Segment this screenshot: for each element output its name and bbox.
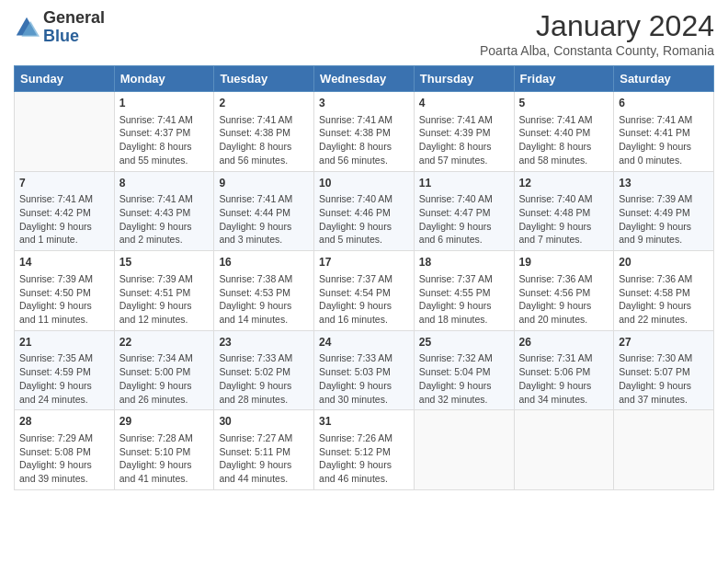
calendar-cell: 6Sunrise: 7:41 AM Sunset: 4:41 PM Daylig… xyxy=(614,92,714,172)
day-number: 11 xyxy=(419,176,509,191)
calendar-cell: 8Sunrise: 7:41 AM Sunset: 4:43 PM Daylig… xyxy=(114,171,214,251)
day-number: 2 xyxy=(219,96,309,111)
day-info: Sunrise: 7:37 AM Sunset: 4:55 PM Dayligh… xyxy=(419,273,493,325)
day-info: Sunrise: 7:41 AM Sunset: 4:42 PM Dayligh… xyxy=(19,193,93,245)
header-sunday: Sunday xyxy=(15,66,115,92)
calendar-cell: 4Sunrise: 7:41 AM Sunset: 4:39 PM Daylig… xyxy=(414,92,514,172)
day-info: Sunrise: 7:40 AM Sunset: 4:48 PM Dayligh… xyxy=(519,193,593,245)
day-info: Sunrise: 7:31 AM Sunset: 5:06 PM Dayligh… xyxy=(519,352,593,404)
day-number: 24 xyxy=(319,335,409,350)
day-info: Sunrise: 7:27 AM Sunset: 5:11 PM Dayligh… xyxy=(219,432,292,484)
calendar-cell: 26Sunrise: 7:31 AM Sunset: 5:06 PM Dayli… xyxy=(514,330,614,410)
day-number: 26 xyxy=(519,335,609,350)
day-info: Sunrise: 7:37 AM Sunset: 4:54 PM Dayligh… xyxy=(319,273,392,325)
title-area: January 2024 Poarta Alba, Constanta Coun… xyxy=(480,9,714,58)
day-info: Sunrise: 7:33 AM Sunset: 5:02 PM Dayligh… xyxy=(219,352,292,404)
day-info: Sunrise: 7:29 AM Sunset: 5:08 PM Dayligh… xyxy=(19,432,93,484)
day-number: 14 xyxy=(19,255,109,270)
calendar-cell: 28Sunrise: 7:29 AM Sunset: 5:08 PM Dayli… xyxy=(15,410,115,490)
day-number: 19 xyxy=(519,255,609,270)
day-info: Sunrise: 7:41 AM Sunset: 4:38 PM Dayligh… xyxy=(219,114,292,166)
calendar-cell: 31Sunrise: 7:26 AM Sunset: 5:12 PM Dayli… xyxy=(314,410,415,490)
calendar-week-row: 14Sunrise: 7:39 AM Sunset: 4:50 PM Dayli… xyxy=(15,251,714,331)
calendar-cell: 27Sunrise: 7:30 AM Sunset: 5:07 PM Dayli… xyxy=(614,330,714,410)
day-number: 3 xyxy=(319,96,409,111)
day-number: 23 xyxy=(219,335,309,350)
day-info: Sunrise: 7:39 AM Sunset: 4:49 PM Dayligh… xyxy=(619,193,692,245)
calendar-cell: 12Sunrise: 7:40 AM Sunset: 4:48 PM Dayli… xyxy=(514,171,614,251)
day-info: Sunrise: 7:36 AM Sunset: 4:58 PM Dayligh… xyxy=(619,273,692,325)
calendar-cell: 13Sunrise: 7:39 AM Sunset: 4:49 PM Dayli… xyxy=(614,171,714,251)
day-number: 20 xyxy=(619,255,709,270)
calendar-cell: 21Sunrise: 7:35 AM Sunset: 4:59 PM Dayli… xyxy=(15,330,115,410)
calendar-cell: 17Sunrise: 7:37 AM Sunset: 4:54 PM Dayli… xyxy=(314,251,415,331)
day-info: Sunrise: 7:41 AM Sunset: 4:41 PM Dayligh… xyxy=(619,114,692,166)
calendar-cell: 2Sunrise: 7:41 AM Sunset: 4:38 PM Daylig… xyxy=(214,92,314,172)
header-saturday: Saturday xyxy=(614,66,714,92)
calendar-cell: 20Sunrise: 7:36 AM Sunset: 4:58 PM Dayli… xyxy=(614,251,714,331)
calendar-week-row: 28Sunrise: 7:29 AM Sunset: 5:08 PM Dayli… xyxy=(15,410,714,490)
calendar-cell xyxy=(15,92,115,172)
day-info: Sunrise: 7:36 AM Sunset: 4:56 PM Dayligh… xyxy=(519,273,593,325)
day-info: Sunrise: 7:40 AM Sunset: 4:46 PM Dayligh… xyxy=(319,193,392,245)
day-info: Sunrise: 7:38 AM Sunset: 4:53 PM Dayligh… xyxy=(219,273,292,325)
day-info: Sunrise: 7:28 AM Sunset: 5:10 PM Dayligh… xyxy=(119,432,193,484)
day-info: Sunrise: 7:41 AM Sunset: 4:38 PM Dayligh… xyxy=(319,114,392,166)
day-number: 1 xyxy=(119,96,210,111)
calendar-cell: 16Sunrise: 7:38 AM Sunset: 4:53 PM Dayli… xyxy=(214,251,314,331)
day-number: 4 xyxy=(419,96,509,111)
calendar-cell: 7Sunrise: 7:41 AM Sunset: 4:42 PM Daylig… xyxy=(15,171,115,251)
day-number: 21 xyxy=(19,335,109,350)
day-number: 6 xyxy=(619,96,709,111)
calendar-cell: 24Sunrise: 7:33 AM Sunset: 5:03 PM Dayli… xyxy=(314,330,415,410)
day-number: 8 xyxy=(119,176,210,191)
day-info: Sunrise: 7:41 AM Sunset: 4:40 PM Dayligh… xyxy=(519,114,593,166)
header: General Blue January 2024 Poarta Alba, C… xyxy=(14,9,714,58)
header-friday: Friday xyxy=(514,66,614,92)
day-number: 18 xyxy=(419,255,509,270)
day-number: 22 xyxy=(119,335,210,350)
day-number: 5 xyxy=(519,96,609,111)
calendar-table: SundayMondayTuesdayWednesdayThursdayFrid… xyxy=(14,65,714,490)
calendar-week-row: 7Sunrise: 7:41 AM Sunset: 4:42 PM Daylig… xyxy=(15,171,714,251)
day-number: 13 xyxy=(619,176,709,191)
days-header-row: SundayMondayTuesdayWednesdayThursdayFrid… xyxy=(15,66,714,92)
day-info: Sunrise: 7:39 AM Sunset: 4:51 PM Dayligh… xyxy=(119,273,193,325)
day-info: Sunrise: 7:33 AM Sunset: 5:03 PM Dayligh… xyxy=(319,352,392,404)
header-tuesday: Tuesday xyxy=(214,66,314,92)
calendar-cell: 11Sunrise: 7:40 AM Sunset: 4:47 PM Dayli… xyxy=(414,171,514,251)
calendar-cell: 3Sunrise: 7:41 AM Sunset: 4:38 PM Daylig… xyxy=(314,92,415,172)
calendar-cell: 18Sunrise: 7:37 AM Sunset: 4:55 PM Dayli… xyxy=(414,251,514,331)
day-info: Sunrise: 7:41 AM Sunset: 4:37 PM Dayligh… xyxy=(119,114,193,166)
day-number: 10 xyxy=(319,176,409,191)
calendar-cell: 5Sunrise: 7:41 AM Sunset: 4:40 PM Daylig… xyxy=(514,92,614,172)
calendar-cell: 1Sunrise: 7:41 AM Sunset: 4:37 PM Daylig… xyxy=(114,92,214,172)
day-number: 27 xyxy=(619,335,709,350)
day-info: Sunrise: 7:35 AM Sunset: 4:59 PM Dayligh… xyxy=(19,352,93,404)
calendar-cell xyxy=(414,410,514,490)
logo: General Blue xyxy=(14,9,105,46)
day-number: 12 xyxy=(519,176,609,191)
logo-text: General Blue xyxy=(43,9,105,46)
day-info: Sunrise: 7:39 AM Sunset: 4:50 PM Dayligh… xyxy=(19,273,93,325)
calendar-cell: 10Sunrise: 7:40 AM Sunset: 4:46 PM Dayli… xyxy=(314,171,415,251)
day-number: 17 xyxy=(319,255,409,270)
day-info: Sunrise: 7:41 AM Sunset: 4:43 PM Dayligh… xyxy=(119,193,193,245)
day-info: Sunrise: 7:30 AM Sunset: 5:07 PM Dayligh… xyxy=(619,352,692,404)
day-number: 31 xyxy=(319,414,409,430)
day-info: Sunrise: 7:40 AM Sunset: 4:47 PM Dayligh… xyxy=(419,193,493,245)
calendar-cell: 29Sunrise: 7:28 AM Sunset: 5:10 PM Dayli… xyxy=(114,410,214,490)
day-info: Sunrise: 7:41 AM Sunset: 4:39 PM Dayligh… xyxy=(419,114,493,166)
logo-blue: Blue xyxy=(43,27,79,45)
day-number: 28 xyxy=(19,414,109,430)
calendar-cell: 14Sunrise: 7:39 AM Sunset: 4:50 PM Dayli… xyxy=(15,251,115,331)
day-number: 29 xyxy=(119,414,210,430)
calendar-cell: 9Sunrise: 7:41 AM Sunset: 4:44 PM Daylig… xyxy=(214,171,314,251)
day-number: 9 xyxy=(219,176,309,191)
day-info: Sunrise: 7:41 AM Sunset: 4:44 PM Dayligh… xyxy=(219,193,292,245)
logo-icon xyxy=(14,15,40,40)
day-number: 30 xyxy=(219,414,309,430)
month-title: January 2024 xyxy=(480,9,714,43)
day-number: 16 xyxy=(219,255,309,270)
day-number: 15 xyxy=(119,255,210,270)
